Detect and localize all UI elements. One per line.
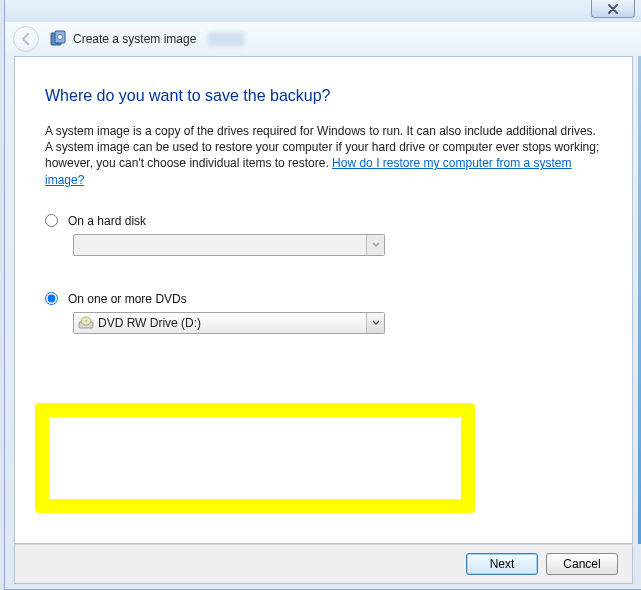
option-hard-disk[interactable]: On a hard disk	[45, 214, 602, 228]
radio-dvd[interactable]	[45, 292, 58, 305]
header-title: Create a system image	[73, 32, 196, 46]
next-button[interactable]: Next	[466, 553, 538, 575]
page-title: Where do you want to save the backup?	[45, 87, 602, 105]
dropdown-dvd[interactable]: DVD RW Drive (D:)	[73, 312, 385, 334]
close-button[interactable]	[591, 0, 635, 18]
cancel-button-label: Cancel	[563, 557, 600, 571]
footer-bar: Next Cancel	[14, 544, 633, 584]
chevron-down-icon	[366, 235, 384, 255]
back-arrow-icon	[19, 32, 33, 46]
yellow-highlight-annotation	[35, 403, 475, 513]
dropdown-hard-disk	[73, 234, 385, 256]
chevron-down-icon[interactable]	[366, 313, 384, 333]
option-dvd[interactable]: On one or more DVDs	[45, 292, 602, 306]
back-button	[13, 26, 39, 52]
next-button-label: Next	[490, 557, 515, 571]
blurred-background-text	[208, 32, 244, 46]
content-panel: Where do you want to save the backup? A …	[14, 56, 633, 544]
titlebar	[5, 0, 641, 22]
radio-hard-disk[interactable]	[45, 214, 58, 227]
header-strip: Create a system image	[5, 22, 641, 56]
disc-drive-icon	[78, 316, 94, 330]
svg-point-5	[85, 320, 87, 322]
wizard-window: Create a system image Where do you want …	[4, 0, 641, 590]
close-icon	[607, 4, 619, 14]
dropdown-dvd-value: DVD RW Drive (D:)	[98, 316, 201, 330]
label-dvd: On one or more DVDs	[68, 292, 187, 306]
svg-point-2	[58, 35, 63, 40]
cancel-button[interactable]: Cancel	[546, 553, 618, 575]
label-hard-disk: On a hard disk	[68, 214, 146, 228]
system-image-icon	[49, 30, 67, 48]
description-text: A system image is a copy of the drives r…	[45, 123, 602, 188]
